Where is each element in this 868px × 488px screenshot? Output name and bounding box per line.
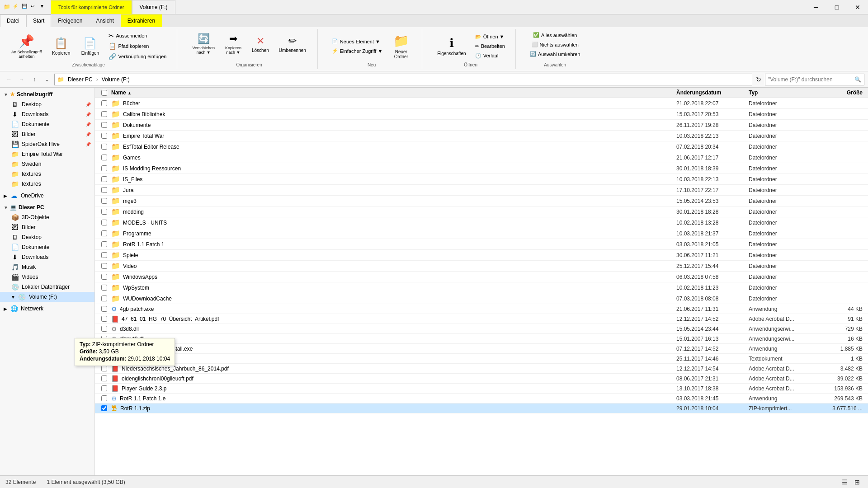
table-row[interactable]: 📁 mge3 15.05.2014 23:53 Dateiordner (95, 196, 868, 206)
maximize-button[interactable]: □ (826, 0, 847, 14)
row-checkbox[interactable] (101, 100, 107, 106)
recent-button[interactable]: ⌄ (42, 74, 52, 85)
table-row[interactable]: ⚙ d3d8.dll 15.05.2014 23:44 Anwendungser… (95, 324, 868, 334)
easy-access-button[interactable]: ⚡ Einfacher Zugriff ▼ (329, 47, 386, 55)
table-row[interactable]: 📁 MODELS - UNITS 10.02.2018 13:28 Dateio… (95, 217, 868, 228)
copy-to-button[interactable]: ➡ Kopierennach ▼ (221, 31, 246, 57)
new-folder-button[interactable]: 📁 NeuerOrdner (387, 31, 415, 61)
row-checkbox[interactable] (101, 366, 107, 371)
move-button[interactable]: 🔄 Verschiebennach ▼ (188, 31, 219, 57)
up-button[interactable]: ↑ (29, 74, 40, 85)
table-row[interactable]: 📁 Spiele 30.06.2017 11:21 Dateiordner (95, 250, 868, 261)
sidebar-item-sweden[interactable]: 📁 Sweden (0, 159, 94, 169)
sidebar-item-videos[interactable]: 🎬 Videos (0, 272, 94, 282)
sidebar-item-downloads-pc[interactable]: ⬇ Downloads (0, 252, 94, 262)
row-checkbox[interactable] (101, 285, 107, 291)
tab-extrahieren[interactable]: Extrahieren (121, 14, 162, 27)
table-row[interactable]: 📁 Programme 10.03.2018 21:37 Dateiordner (95, 228, 868, 239)
delete-button[interactable]: ✕ Löschen (248, 31, 273, 57)
row-checkbox[interactable] (101, 263, 107, 269)
quick-access-header[interactable]: ▼ ★ Schnellzugriff (0, 89, 94, 99)
history-btn[interactable]: 🕐 Verlauf (472, 52, 508, 60)
search-input[interactable] (768, 76, 853, 83)
table-row[interactable]: 📁 EsfTotal Editor Release 07.02.2018 20:… (95, 141, 868, 152)
table-row[interactable]: 📕 Niedersaechsisches_Jahrbuch_86_2014.pd… (95, 364, 868, 374)
tab-start[interactable]: Start (26, 14, 51, 27)
row-checkbox[interactable] (101, 176, 107, 182)
table-row[interactable]: 📁 IS Modding Ressourcen 30.01.2018 18:39… (95, 163, 868, 174)
copy-path-button[interactable]: 📋Pfad kopieren (105, 41, 170, 51)
table-row[interactable]: 📕 Player Guide 2.3.p 13.10.2017 18:38 Ad… (95, 384, 868, 394)
pin-button[interactable]: 📌 An Schnellzugriffanheften (7, 31, 46, 61)
table-row[interactable]: 🗜 RotR 1.1.zip 29.01.2018 10:04 ZIP-komp… (95, 404, 868, 413)
sidebar-item-spideroak[interactable]: 💾 SpiderOak Hive 📌 (0, 139, 94, 149)
row-checkbox[interactable] (101, 252, 107, 258)
table-row[interactable]: 📕 47_61_01_HG_70_Übersicht_Artikel.pdf 1… (95, 314, 868, 324)
row-checkbox[interactable] (101, 198, 107, 204)
refresh-button[interactable]: ↻ (754, 75, 763, 84)
table-row[interactable]: 📁 Video 25.12.2017 15:44 Dateiordner (95, 261, 868, 272)
row-checkbox[interactable] (101, 316, 107, 322)
table-row[interactable]: 📁 Calibre Bibliothek 15.03.2017 20:53 Da… (95, 109, 868, 120)
open-btn[interactable]: 📂 Öffnen ▼ (472, 33, 508, 41)
tools-tab[interactable]: Tools für komprimierte Ordner (51, 0, 132, 14)
table-row[interactable]: 📁 WUDownloadCache 07.03.2018 08:08 Datei… (95, 293, 868, 304)
sidebar-item-bilder[interactable]: 🖼 Bilder 📌 (0, 129, 94, 139)
back-button[interactable]: ← (4, 74, 14, 85)
row-checkbox[interactable] (101, 111, 107, 117)
row-checkbox[interactable] (101, 144, 107, 150)
volume-tab[interactable]: Volume (F:) (132, 0, 175, 14)
sidebar-item-lokaler-daten[interactable]: 💿 Lokaler Datenträger (0, 282, 94, 292)
paste-button[interactable]: 📄 Einfügen (76, 31, 104, 61)
table-row[interactable]: 📁 Jura 17.10.2017 22:17 Dateiordner (95, 185, 868, 196)
new-element-button[interactable]: 📄 Neues Element ▼ (329, 37, 386, 46)
row-checkbox[interactable] (101, 385, 107, 391)
minimize-button[interactable]: ─ (806, 0, 826, 14)
tab-ansicht[interactable]: Ansicht (89, 14, 120, 27)
row-checkbox[interactable] (101, 326, 107, 332)
sidebar-item-musik[interactable]: 🎵 Musik (0, 262, 94, 272)
shortcut-button[interactable]: 🔗Verknüpfung einfügen (105, 52, 170, 61)
dieser-pc-header[interactable]: ▼ 💻 Dieser PC (0, 202, 94, 212)
select-all-checkbox[interactable] (101, 90, 107, 96)
table-row[interactable]: ⚙ dinput8.dll 15.01.2007 16:13 Anwendung… (95, 334, 868, 344)
large-icons-view-button[interactable]: ⊞ (852, 477, 863, 488)
sidebar-item-downloads[interactable]: ⬇ Downloads 📌 (0, 109, 94, 119)
row-checkbox[interactable] (101, 220, 107, 225)
cut-button[interactable]: ✂Ausschneiden (105, 31, 170, 41)
tab-datei[interactable]: Datei (0, 14, 26, 27)
tab-freigeben[interactable]: Freigeben (51, 14, 89, 27)
table-row[interactable]: 📕 oldenglishchroni00gileuoft.pdf 08.06.2… (95, 374, 868, 384)
sidebar-item-netzwerk[interactable]: ▶ 🌐 Netzwerk (0, 304, 94, 314)
row-checkbox[interactable] (101, 122, 107, 128)
row-checkbox[interactable] (101, 187, 107, 193)
select-none-button[interactable]: ⬜ Nichts auswählen (528, 40, 582, 49)
col-name-header[interactable]: Name ▲ (109, 89, 675, 96)
close-button[interactable]: ✕ (847, 0, 868, 14)
sidebar-item-empire[interactable]: 📁 Empire Total War (0, 149, 94, 159)
path-volume[interactable]: Volume (F:) (100, 76, 132, 83)
row-checkbox[interactable] (101, 133, 107, 139)
sidebar-item-dokumente[interactable]: 📄 Dokumente 📌 (0, 119, 94, 129)
sidebar-item-desktop[interactable]: 🖥 Desktop 📌 (0, 99, 94, 109)
row-checkbox[interactable] (101, 230, 107, 236)
sidebar-item-textures2[interactable]: 📁 textures (0, 179, 94, 189)
table-row[interactable]: 📁 Bücher 21.02.2018 22:07 Dateiordner (95, 98, 868, 109)
table-row[interactable]: 📁 IS_Files 10.03.2018 22:13 Dateiordner (95, 174, 868, 185)
row-checkbox[interactable] (101, 306, 107, 312)
col-date-header[interactable]: Änderungsdatum (675, 89, 747, 96)
table-row[interactable]: 📁 Dokumente 26.11.2017 19:28 Dateiordner (95, 120, 868, 131)
copy-button[interactable]: 📋 Kopieren (47, 31, 75, 61)
sidebar-item-onedrive[interactable]: ▶ ☁ OneDrive (0, 191, 94, 201)
sidebar-item-volume[interactable]: ▼ 💿 Volume (F:) (0, 292, 94, 302)
edit-btn[interactable]: ✏ Bearbeiten (472, 42, 508, 51)
row-checkbox[interactable] (101, 395, 107, 401)
row-checkbox[interactable] (101, 241, 107, 247)
address-path[interactable]: 📁 Dieser PC › Volume (F:) (54, 74, 752, 85)
table-row[interactable]: 📁 Empire Total War 10.03.2018 22:13 Date… (95, 131, 868, 141)
row-checkbox[interactable] (101, 155, 107, 160)
select-all-button[interactable]: ✅ Alles auswählen (530, 31, 580, 39)
sidebar-item-textures1[interactable]: 📁 textures (0, 169, 94, 179)
table-row[interactable]: ⚙ 4gb patch.exe 21.06.2017 11:31 Anwendu… (95, 304, 868, 314)
row-checkbox[interactable] (101, 209, 107, 215)
